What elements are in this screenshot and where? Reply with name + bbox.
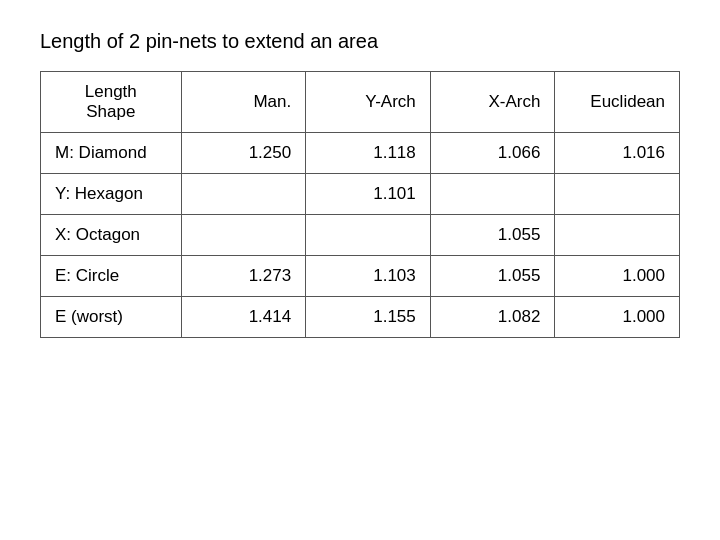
table-row: Y: Hexagon1.101 [41,174,680,215]
cell-man: 1.414 [181,297,306,338]
cell-man: 1.273 [181,256,306,297]
cell-euclidean: 1.000 [555,297,680,338]
header-shape: LengthShape [41,72,182,133]
table-header-row: LengthShape Man. Y-Arch X-Arch Euclidean [41,72,680,133]
table-row: E: Circle1.2731.1031.0551.000 [41,256,680,297]
cell-euclidean [555,215,680,256]
cell-shape: E (worst) [41,297,182,338]
cell-yarch: 1.155 [306,297,431,338]
cell-man [181,174,306,215]
data-table: LengthShape Man. Y-Arch X-Arch Euclidean… [40,71,680,338]
cell-shape: X: Octagon [41,215,182,256]
cell-shape: E: Circle [41,256,182,297]
header-euclidean: Euclidean [555,72,680,133]
cell-yarch: 1.103 [306,256,431,297]
header-yarch: Y-Arch [306,72,431,133]
table-row: E (worst)1.4141.1551.0821.000 [41,297,680,338]
cell-yarch: 1.101 [306,174,431,215]
cell-euclidean: 1.000 [555,256,680,297]
cell-xarch: 1.066 [430,133,555,174]
cell-shape: M: Diamond [41,133,182,174]
header-man: Man. [181,72,306,133]
page-title: Length of 2 pin-nets to extend an area [40,30,680,53]
cell-xarch [430,174,555,215]
table-row: M: Diamond1.2501.1181.0661.016 [41,133,680,174]
header-xarch: X-Arch [430,72,555,133]
cell-man [181,215,306,256]
cell-xarch: 1.055 [430,256,555,297]
cell-euclidean [555,174,680,215]
cell-man: 1.250 [181,133,306,174]
cell-xarch: 1.082 [430,297,555,338]
cell-yarch: 1.118 [306,133,431,174]
cell-euclidean: 1.016 [555,133,680,174]
table-row: X: Octagon1.055 [41,215,680,256]
cell-xarch: 1.055 [430,215,555,256]
cell-yarch [306,215,431,256]
cell-shape: Y: Hexagon [41,174,182,215]
